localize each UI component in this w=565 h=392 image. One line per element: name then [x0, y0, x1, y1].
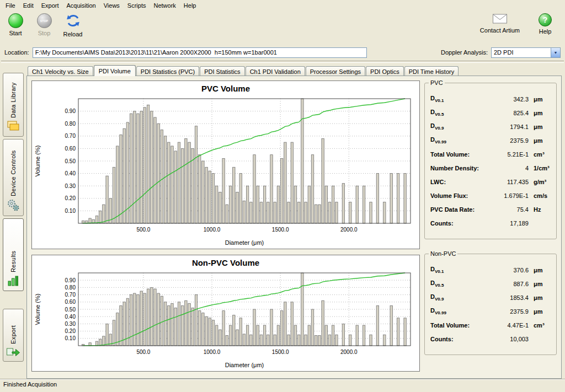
start-label: Start: [9, 30, 22, 36]
stat-row: DV0.992375.9μm: [430, 133, 552, 147]
menu-edit[interactable]: Edit: [19, 1, 38, 10]
svg-text:0.60: 0.60: [65, 146, 76, 152]
chevron-down-icon[interactable]: ▼: [551, 48, 560, 57]
stat-row: DV0.992375.9μm: [430, 304, 552, 318]
reload-label: Reload: [63, 31, 83, 37]
stat-unit: μm: [529, 110, 552, 116]
sidebar-item-results[interactable]: Results: [3, 218, 24, 291]
help-button[interactable]: ? Help: [533, 12, 557, 36]
svg-text:500.0: 500.0: [136, 349, 150, 355]
stat-row: DV0.5825.4μm: [430, 106, 552, 120]
svg-text:0.90: 0.90: [65, 108, 76, 114]
stat-value: 1794.1: [489, 123, 529, 130]
stat-value: 342.3: [489, 96, 529, 103]
svg-text:2000.0: 2000.0: [340, 349, 358, 355]
stop-button[interactable]: STOP Stop: [32, 12, 56, 39]
stat-label: DV0.99: [430, 136, 489, 144]
tab-pdi-statistics-pvc[interactable]: PDI Statistics (PVC): [136, 66, 199, 76]
non-pvc-stats-group: Non-PVC DV0.1370.6μmDV0.5887.6μmDV0.9185…: [424, 254, 557, 355]
contact-artium-button[interactable]: Contact Artium: [478, 12, 522, 36]
location-bar: Location: Doppler Analysis: 2D PDI ▼: [0, 44, 565, 61]
start-button[interactable]: Start: [3, 12, 28, 39]
pvc-stats-title: PVC: [429, 79, 445, 86]
stat-value: 1853.4: [489, 294, 529, 301]
non-pvc-stats-title: Non-PVC: [429, 250, 457, 257]
reload-icon: [66, 13, 81, 29]
menu-file[interactable]: File: [2, 1, 19, 10]
svg-text:0.30: 0.30: [65, 321, 76, 327]
tab-ch1-velocity-vs-size[interactable]: Ch1 Velocity vs. Size: [28, 66, 93, 76]
svg-text:1500.0: 1500.0: [272, 349, 289, 355]
stat-value: 10,003: [489, 336, 529, 342]
sidebar-item-label: Device Controls: [10, 144, 17, 196]
pvc-stats-group: PVC DV0.1342.3μmDV0.5825.4μmDV0.91794.1μ…: [424, 83, 557, 239]
help-label: Help: [539, 28, 552, 35]
stat-row: DV0.1370.6μm: [430, 263, 552, 277]
stat-value: 1.679E-1: [489, 192, 529, 199]
menu-export[interactable]: Export: [38, 1, 63, 10]
menu-scripts[interactable]: Scripts: [124, 1, 150, 10]
tab-pdi-optics[interactable]: PDI Optics: [366, 66, 404, 76]
sidebar-item-data-library[interactable]: Data Library: [3, 73, 24, 137]
reload-button[interactable]: Reload: [61, 12, 85, 39]
stat-value: 2375.9: [489, 137, 529, 144]
stat-label: DV0.9: [430, 122, 489, 131]
tab-processor-settings[interactable]: Processor Settings: [306, 66, 365, 76]
stat-unit: cm/s: [529, 192, 552, 199]
stat-label: DV0.5: [430, 109, 489, 117]
stat-label: Total Volume:: [430, 151, 489, 158]
toolbar: Start STOP Stop Reload: [0, 10, 565, 44]
stat-value: 17,189: [489, 220, 529, 227]
stat-label: Total Volume:: [430, 322, 489, 329]
gears-icon: [7, 198, 20, 213]
stat-unit: 1/cm³: [529, 165, 552, 171]
stat-unit: cm³: [529, 151, 552, 158]
svg-text:Volume (%): Volume (%): [34, 294, 41, 325]
stat-label: Counts:: [430, 220, 489, 227]
stat-value: 5.21E-1: [489, 151, 529, 158]
doppler-analysis-select[interactable]: 2D PDI ▼: [491, 47, 561, 58]
tab-pdi-time-history[interactable]: PDI Time History: [404, 66, 459, 76]
stat-row: Counts:10,003: [430, 332, 552, 346]
stat-label: PVC Data Rate:: [430, 206, 489, 213]
stat-value: 2375.9: [489, 308, 529, 315]
menu-network[interactable]: Network: [150, 1, 179, 10]
tab-control: Ch1 Velocity vs. SizePDI VolumePDI Stati…: [26, 64, 562, 379]
stat-unit: μm: [529, 96, 552, 103]
stat-row: Counts:17,189: [430, 216, 552, 230]
status-text: Finished Acquisition: [3, 381, 57, 388]
non-pvc-volume-chart: Non-PVC Volume 500.01000.01500.02000.00.…: [31, 255, 420, 372]
svg-text:Diameter (μm): Diameter (μm): [225, 239, 264, 246]
stat-row: Number Density:41/cm³: [430, 161, 552, 175]
svg-text:0.80: 0.80: [65, 284, 76, 291]
menu-help[interactable]: Help: [180, 1, 200, 10]
envelope-icon: [492, 13, 508, 25]
stat-value: 4: [489, 165, 529, 171]
sidebar-item-device-controls[interactable]: Device Controls: [3, 139, 24, 216]
location-input[interactable]: [33, 47, 367, 58]
status-bar: Finished Acquisition: [0, 379, 565, 390]
chart-title: PVC Volume: [32, 81, 419, 94]
stat-row: Volume Flux:1.679E-1cm/s: [430, 189, 552, 202]
stat-unit: μm: [529, 308, 552, 315]
stat-value: 117.435: [489, 179, 529, 185]
tab-pdi-volume[interactable]: PDI Volume: [94, 65, 136, 76]
sidebar-item-export[interactable]: Export: [3, 309, 24, 362]
stat-value: 75.4: [489, 206, 529, 213]
stat-label: DV0.5: [430, 280, 489, 288]
sidebar-item-label: Results: [10, 223, 17, 272]
stat-unit: μm: [529, 294, 552, 301]
menu-acquisition[interactable]: Acquisition: [63, 1, 100, 10]
stat-row: Total Volume:5.21E-1cm³: [430, 147, 552, 161]
svg-text:Volume (%): Volume (%): [34, 146, 41, 177]
stats-column: PVC DV0.1342.3μmDV0.5825.4μmDV0.91794.1μ…: [420, 80, 557, 374]
main-area: Data LibraryDevice ControlsResultsExport…: [0, 63, 565, 379]
svg-text:0.70: 0.70: [65, 292, 76, 298]
svg-text:0.90: 0.90: [65, 277, 76, 283]
stat-value: 887.6: [489, 281, 529, 287]
tab-pdi-statistics[interactable]: PDI Statistics: [200, 66, 244, 76]
doppler-analysis-value: 2D PDI: [492, 49, 551, 56]
tab-ch1-pdi-validation[interactable]: Ch1 PDI Validation: [246, 66, 305, 76]
menu-views[interactable]: Views: [100, 1, 124, 10]
charts-column: PVC Volume 500.01000.01500.02000.00.100.…: [31, 80, 420, 374]
